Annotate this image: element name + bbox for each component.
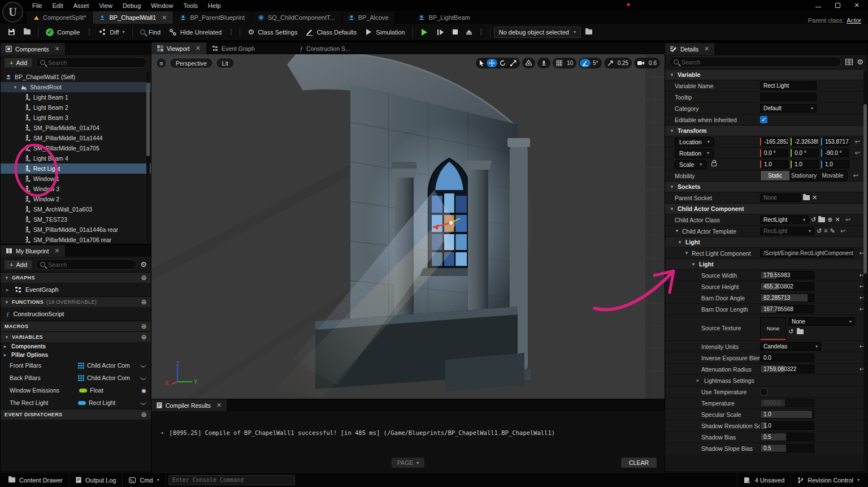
event-dispatchers-section-header[interactable]: EVENT DISPATCHERS⊕ [1,409,151,420]
source-texture-dropdown[interactable]: None▾ [788,317,855,326]
parent-socket-field[interactable]: None [760,193,801,202]
console-command-input[interactable] [168,475,295,485]
my-blueprint-search[interactable] [36,259,137,270]
add-variable-icon[interactable]: ⊕ [141,333,147,341]
scale-snap-button[interactable] [605,59,615,67]
camera-speed-value[interactable]: 0.6 [646,59,659,67]
rotation-z-field[interactable]: -90.0 ° [821,149,849,157]
mobility-movable[interactable]: Movable [818,171,847,180]
3d-viewport[interactable]: ≡ Perspective Lit 10 5° [151,54,665,399]
browse-asset-button[interactable] [20,27,34,37]
specular-scale-slider[interactable]: 1.0 [760,410,814,419]
move-tool-button[interactable] [487,59,497,67]
compile-button[interactable]: ✓Compile [42,26,84,38]
menu-help[interactable]: Help [203,0,226,11]
compile-options-icon[interactable]: ⋮ [84,28,94,36]
inverse-exposure-field[interactable]: 0.0 [760,354,814,362]
surface-snap-button[interactable] [539,59,549,67]
add-icon[interactable]: ⊕ [827,216,832,223]
revert-icon[interactable]: ↩ [843,216,854,223]
perspective-dropdown[interactable]: Perspective [170,58,213,68]
rotation-x-field[interactable]: 0.0 ° [760,149,788,157]
clear-socket-icon[interactable]: ✕ [812,194,817,201]
components-scrollbar[interactable] [146,72,150,242]
close-icon[interactable]: ✕ [54,247,59,255]
lit-dropdown[interactable]: Lit [216,58,235,68]
tree-item[interactable]: Light Beam 4 [1,153,151,163]
select-icon[interactable]: ⌗ [824,227,827,235]
menu-asset[interactable]: Asset [68,0,94,11]
location-y-field[interactable]: -2.326389 [791,137,819,146]
tab-bp-parentblueprint[interactable]: BP_ParentBlueprint [173,11,251,24]
camera-speed-button[interactable] [635,59,646,67]
location-dropdown[interactable]: Location▾ [675,137,714,146]
location-z-field[interactable]: 153.871745 [821,137,849,146]
mobility-static[interactable]: Static [761,171,789,180]
close-icon[interactable]: ✕ [704,45,709,53]
tooltip-field[interactable] [760,93,817,101]
close-icon[interactable]: ✕ [216,402,222,409]
clear-icon[interactable]: ✕ [835,216,840,223]
add-graph-icon[interactable]: ⊕ [141,274,147,282]
parent-class-link[interactable]: Actor [847,17,861,24]
menu-debug[interactable]: Debug [118,0,146,11]
add-component-button[interactable]: +Add [5,58,32,67]
shadow-resolution-slider[interactable]: 1.0 [760,421,814,430]
world-coord-button[interactable] [523,59,534,67]
tree-item[interactable]: SM_ArchWall_01a603 [1,204,151,214]
event-graph-tab[interactable]: Event Graph [206,42,261,54]
scale-x-field[interactable]: 1.0 [760,160,788,169]
eject-button[interactable] [462,28,476,37]
variables-section-header[interactable]: ▼VARIABLES⊕ [1,331,151,342]
tree-item[interactable]: Window 1 [1,174,151,184]
unreal-logo[interactable]: U [2,2,23,23]
use-selected-icon[interactable]: ↺ [811,216,816,223]
shadow-bias-slider[interactable]: 0.5 [760,433,814,441]
revert-icon[interactable]: ↩ [852,149,863,157]
close-icon[interactable]: ✕ [196,45,201,52]
functions-section-header[interactable]: ▼FUNCTIONS(19 OVERRIDABLE)⊕ [1,296,151,307]
use-selected-icon[interactable]: ↺ [788,328,793,335]
page-dropdown[interactable]: PAGE▾ [392,458,424,468]
light-subsection-header[interactable]: ▼Light [665,258,867,269]
components-search[interactable] [36,57,147,68]
close-icon[interactable]: ✕ [853,2,860,9]
play-button[interactable] [416,26,432,38]
add-function-icon[interactable]: ⊕ [141,298,147,306]
construction-script-tab[interactable]: ƒ Construction S... [294,42,356,54]
browse-icon[interactable] [797,329,804,334]
details-search-input[interactable] [682,59,837,66]
visibility-closed-icon[interactable] [140,364,146,367]
rect-light-component-field[interactable]: /Script/Engine.RectLightComponent'/Ga [760,249,854,257]
tree-item[interactable]: SM_PillarMiddle_01a706 rear [1,235,151,244]
source-texture-thumbnail[interactable]: None [760,317,786,340]
expander-icon[interactable]: ▼ [675,229,679,234]
graphs-section-header[interactable]: ▼GRAPHS⊕ [1,272,151,283]
details-scrollbar[interactable] [863,70,867,471]
tree-item[interactable]: Window 2 [1,194,151,204]
revert-icon[interactable]: ↩ [850,172,861,179]
rotation-y-field[interactable]: 0.0 ° [791,149,819,157]
variable-name-field[interactable]: Rect Light [760,81,817,90]
lock-icon[interactable] [711,162,717,166]
category-dropdown[interactable]: Default▾ [760,104,817,113]
tree-item[interactable]: SM_PillarMiddle_01a1444 [1,133,151,143]
attenuation-radius-slider[interactable]: 1759.080322 [760,365,814,373]
revert-icon[interactable]: ↩ [852,138,863,145]
tree-item-sharedroot[interactable]: ▼SharedRoot [1,82,151,92]
components-tab[interactable]: Components ✕ [1,43,65,55]
expander-icon[interactable]: ▸ [4,344,8,349]
source-width-field[interactable]: 179.55983 [760,271,814,279]
output-log-button[interactable]: Output Log [70,473,123,487]
diff-button[interactable]: Diff▾ [95,26,128,38]
gear-icon[interactable]: ⚙ [857,58,863,66]
expander-icon[interactable]: ▸ [4,352,8,357]
tree-item-rect-light[interactable]: Rect Light [1,163,151,174]
variable-group-pillar-options[interactable]: ▸Pillar Options [1,351,151,359]
scale-snap-value[interactable]: 0.25 [615,59,631,67]
menu-file[interactable]: File [27,0,47,11]
menu-view[interactable]: View [94,0,118,11]
add-dispatcher-icon[interactable]: ⊕ [141,411,147,419]
details-tab[interactable]: Details ✕ [665,43,714,55]
gear-icon[interactable]: ⚙ [140,260,147,269]
